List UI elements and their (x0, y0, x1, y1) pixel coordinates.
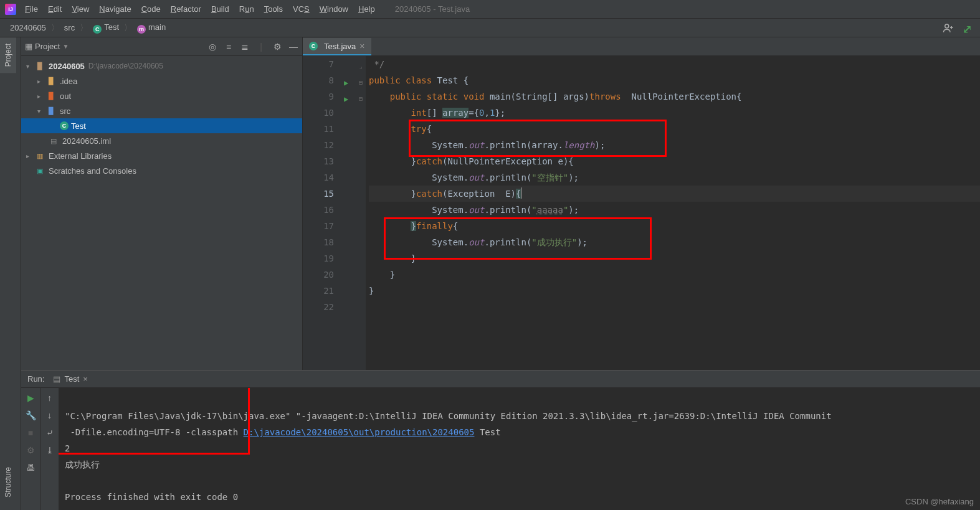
tree-item-label: Scratches and Consoles (49, 166, 136, 176)
gear-icon[interactable]: ⚙ (24, 444, 37, 456)
tree-item-label: out (60, 92, 71, 101)
file-icon: ▤ (49, 136, 59, 146)
breadcrumb-class[interactable]: CTest (89, 21, 123, 35)
fold-end-icon[interactable]: ⌟ (359, 59, 363, 75)
run-line-icon[interactable]: ▶ (344, 75, 348, 91)
run-header: Run: ▤ Test × (21, 371, 980, 388)
menu-edit[interactable]: Edit (43, 2, 67, 16)
tool-window-strip-left: Project Structure (0, 37, 21, 510)
class-icon: C (60, 121, 69, 130)
run-line-icon[interactable]: ▶ (344, 91, 348, 107)
fold-open-icon[interactable]: ⊟ (359, 91, 363, 107)
tree-root[interactable]: ▾ ▉ 20240605 D:\javacode\20240605 (21, 59, 302, 73)
chevron-right-icon: ▸ (37, 78, 46, 85)
watermark: CSDN @hefaxiang (905, 497, 974, 506)
menu-navigate[interactable]: Navigate (94, 2, 136, 16)
run-panel-label: Run: (27, 374, 44, 384)
wrench-icon[interactable]: 🔧 (24, 409, 37, 422)
editor-tab-label: Test.java (324, 42, 356, 51)
breadcrumb-method[interactable]: mmain (133, 21, 169, 35)
chevron-right-icon: 〉 (124, 22, 132, 34)
close-icon[interactable]: × (359, 41, 364, 51)
menu-refactor[interactable]: Refactor (166, 2, 206, 16)
menu-file[interactable]: File (20, 2, 43, 16)
rerun-icon[interactable]: ▶ (24, 392, 37, 404)
editor-tabs: C Test.java × (303, 37, 980, 56)
tree-test-class[interactable]: C Test (21, 118, 302, 133)
locate-icon[interactable]: ◎ (207, 42, 217, 52)
breadcrumb-src[interactable]: src (60, 22, 78, 34)
chevron-down-icon: ▾ (26, 63, 35, 70)
console-line: 成功执行 (65, 460, 100, 470)
code-editor[interactable]: 78910111213141516171819202122 ▶ ▶ ⌟ ⊟ ⊟ … (303, 56, 980, 370)
annotation-highlight-box (59, 388, 250, 455)
tree-src-folder[interactable]: ▾ ▉ src (21, 103, 302, 118)
project-panel-title: Project (35, 42, 60, 51)
chevron-right-icon: ▸ (26, 153, 35, 159)
stop-icon[interactable]: ■ (24, 427, 37, 439)
editor-tab-test[interactable]: C Test.java × (303, 38, 371, 55)
gear-icon[interactable]: ⚙ (272, 42, 282, 52)
breadcrumb-root[interactable]: 20240605 (6, 22, 50, 34)
user-icon[interactable] (943, 22, 954, 34)
console-link[interactable]: D:\javacode\20240605\out\production\2024… (244, 427, 475, 437)
editor-area: C Test.java × 78910111213141516171819202… (303, 37, 980, 370)
divider-icon: | (256, 42, 266, 52)
expand-all-icon[interactable]: ≡ (224, 42, 234, 52)
print-icon[interactable]: 🖶 (24, 461, 37, 474)
search-everywhere-icon[interactable]: ⤢ (963, 22, 974, 34)
menu-window[interactable]: Window (315, 2, 353, 16)
project-panel: ▦ Project ▼ ◎ ≡ ≣ | ⚙ — ▾ ▉ 20240605 D:\… (21, 37, 303, 370)
tree-idea-folder[interactable]: ▸ ▉ .idea (21, 73, 302, 88)
run-tab[interactable]: ▤ Test × (49, 373, 91, 385)
structure-tool-tab[interactable]: Structure (0, 461, 16, 504)
console-line: Process finished with exit code 0 (65, 492, 238, 502)
project-tool-tab[interactable]: Project (0, 37, 16, 73)
menu-view[interactable]: View (67, 2, 94, 16)
chevron-down-icon: ▼ (62, 43, 69, 50)
tree-out-folder[interactable]: ▸ ▉ out (21, 88, 302, 103)
menu-code[interactable]: Code (136, 2, 166, 16)
run-toolbar-left: ▶ 🔧 ■ ⚙ 🖶 (21, 388, 40, 510)
fold-gutter: ⌟ ⊟ ⊟ (358, 56, 366, 370)
console-line: -Dfile.encoding=UTF-8 -classpath (65, 427, 244, 437)
menu-run[interactable]: Run (234, 2, 259, 16)
tree-root-path: D:\javacode\20240605 (88, 62, 163, 70)
tree-external-libs[interactable]: ▸ ▥ External Libraries (21, 148, 302, 163)
tree-scratches[interactable]: ▣ Scratches and Consoles (21, 163, 302, 178)
chevron-right-icon: 〉 (51, 22, 59, 34)
tree-item-label: External Libraries (49, 151, 112, 161)
scroll-end-icon[interactable]: ⤓ (44, 444, 56, 456)
run-gutter: ▶ ▶ (340, 56, 358, 370)
hide-icon[interactable]: — (288, 42, 298, 52)
soft-wrap-icon[interactable]: ⤶ (44, 427, 56, 439)
navigation-bar: 20240605 〉 src 〉 CTest 〉 mmain ⤢ (0, 19, 980, 37)
breadcrumb-method-label: main (148, 22, 166, 32)
chevron-down-icon: ▾ (37, 108, 46, 115)
project-tree: ▾ ▉ 20240605 D:\javacode\20240605 ▸ ▉ .i… (21, 56, 302, 181)
menu-help[interactable]: Help (353, 2, 380, 16)
app-logo-icon: IJ (5, 4, 16, 15)
tree-iml-file[interactable]: ▤ 20240605.iml (21, 133, 302, 148)
collapse-all-icon[interactable]: ≣ (240, 42, 250, 52)
menu-tools[interactable]: Tools (259, 2, 288, 16)
tree-root-label: 20240605 (49, 62, 85, 71)
console-line: 2 (65, 443, 70, 453)
menu-build[interactable]: Build (206, 2, 234, 16)
code-content[interactable]: */ public class Test { public static voi… (366, 56, 980, 370)
menu-vcs[interactable]: VCS (288, 2, 315, 16)
svg-point-0 (945, 24, 949, 28)
project-view-selector[interactable]: ▦ Project ▼ (25, 42, 69, 51)
line-number-gutter: 78910111213141516171819202122 (303, 56, 340, 370)
console-line: "C:\Program Files\Java\jdk-17\bin\java.e… (65, 411, 832, 421)
fold-open-icon[interactable]: ⊟ (359, 75, 363, 91)
arrow-down-icon[interactable]: ↓ (44, 409, 56, 422)
menu-bar: IJ File Edit View Navigate Code Refactor… (0, 0, 980, 19)
library-icon: ▥ (35, 151, 45, 161)
tree-item-label: Test (71, 121, 86, 131)
folder-icon: ▉ (46, 91, 56, 101)
arrow-up-icon[interactable]: ↑ (44, 392, 56, 404)
tree-item-label: src (60, 106, 70, 116)
close-icon[interactable]: × (83, 374, 88, 384)
console-output[interactable]: "C:\Program Files\Java\jdk-17\bin\java.e… (59, 388, 980, 510)
